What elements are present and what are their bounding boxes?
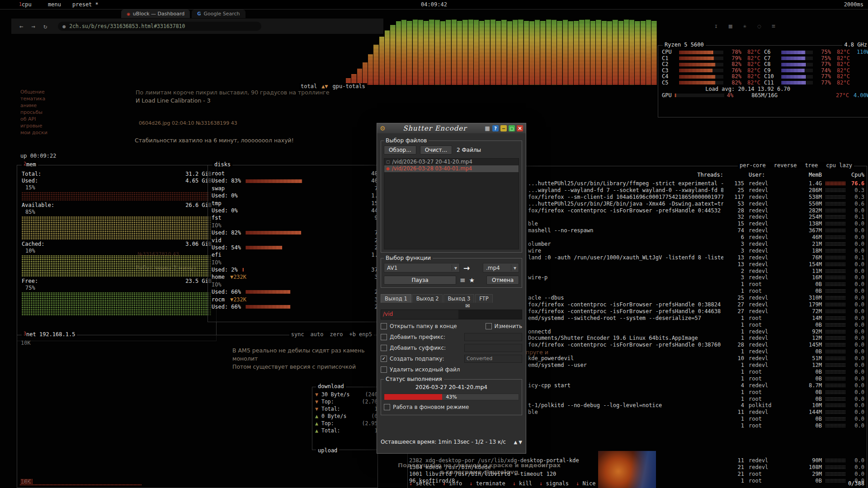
file-list-item[interactable]: ▢ /vid/2026-03-27 20-41-20.mp4 bbox=[384, 159, 519, 165]
checkbox[interactable] bbox=[381, 345, 387, 351]
process-row[interactable]: t-1/polkitd --no-debug --log-level=notic… bbox=[528, 402, 864, 409]
sync-icon[interactable]: ✳ bbox=[743, 23, 747, 29]
process-row[interactable]: mashell --no-respawn 74 redevl 367M 0.0 bbox=[528, 227, 864, 234]
close-button[interactable]: × bbox=[517, 125, 523, 131]
cpu-menu-item[interactable]: 1cpu bbox=[19, 0, 32, 9]
graph-label[interactable]: total ▲▼ gpu-totals bbox=[299, 83, 367, 89]
down-arrow-icon[interactable]: ▼ bbox=[519, 440, 522, 445]
scale-arrows-icon[interactable]: ▲▼ bbox=[321, 83, 328, 89]
process-row[interactable]: kde_powerdevil 10 redevl 51M 0.0 bbox=[528, 355, 864, 362]
mem-panel-title[interactable]: mem bbox=[26, 161, 36, 168]
process-row[interactable]: ble 15 redevl 138M 0.0 bbox=[528, 221, 864, 227]
output-tab[interactable]: Выход 1 bbox=[381, 294, 411, 303]
process-row[interactable]: emd/systemd --switched-root --system --d… bbox=[528, 315, 864, 322]
checkbox[interactable] bbox=[381, 366, 387, 373]
output-path-field[interactable]: /vid bbox=[381, 310, 522, 319]
process-row[interactable]: 1 root 0B 0.0 bbox=[528, 288, 864, 295]
browser-tab-ublock[interactable]: ◉ uBlock — Dashboard bbox=[121, 9, 190, 18]
footer-key[interactable]: select bbox=[409, 480, 435, 487]
sidebar-item[interactable]: просьбы bbox=[20, 109, 97, 116]
help-button[interactable]: ? bbox=[492, 125, 499, 131]
checkbox[interactable] bbox=[486, 323, 492, 329]
process-row[interactable]: 1 root 0B 0.0 bbox=[528, 369, 864, 375]
process-row[interactable]: fox/firefox -contentproc -isForBrowser -… bbox=[528, 308, 864, 315]
checkbox[interactable] bbox=[381, 334, 387, 340]
clear-button[interactable]: Очист... bbox=[420, 145, 452, 155]
process-row[interactable]: 1 root 0B 0.0 bbox=[528, 389, 864, 396]
extensions-icon[interactable]: ▦ bbox=[729, 23, 732, 29]
back-icon[interactable]: ← bbox=[19, 23, 23, 30]
footer-key[interactable]: signals bbox=[539, 480, 569, 487]
output-tab[interactable]: FTP bbox=[475, 294, 492, 303]
proc-option-tab[interactable]: reverse bbox=[774, 162, 797, 169]
footer-key[interactable]: Nice bbox=[576, 480, 595, 487]
settings-gear-icon[interactable]: ⚙ bbox=[380, 125, 386, 132]
process-row[interactable]: emd/systemd --user 1 redevl 12M 0.0 bbox=[528, 362, 864, 369]
forward-icon[interactable]: → bbox=[31, 23, 35, 30]
checkbox[interactable]: ✓ bbox=[381, 356, 387, 362]
process-row[interactable]: fox/firefox -contentproc -isForBrowser -… bbox=[528, 342, 864, 348]
dialog-titlebar[interactable]: ⚙ Shutter Encoder ▦ ? − ▢ × bbox=[377, 123, 526, 133]
process-row[interactable]: wire 3 redevl 18M 0.0 bbox=[528, 248, 864, 254]
output-tab[interactable]: Выход 3 bbox=[443, 294, 474, 303]
process-row[interactable]: fox/firefox -contentproc -isForBrowser -… bbox=[528, 207, 864, 214]
cancel-button[interactable]: Отмена bbox=[486, 276, 519, 285]
net-toggle[interactable]: sync bbox=[291, 331, 304, 338]
suffix-field[interactable] bbox=[464, 344, 522, 352]
process-row[interactable]: land :0 -auth /run/user/1000/xauth_WLtJg… bbox=[528, 254, 864, 261]
minimize-button[interactable]: − bbox=[500, 125, 507, 131]
preset-item[interactable]: preset * bbox=[72, 0, 99, 9]
net-toggle[interactable]: auto bbox=[311, 331, 324, 338]
process-row[interactable]: 1 root 0B 0.0 bbox=[528, 396, 864, 403]
process-row[interactable]: 1 root 0B 0.0 bbox=[528, 422, 864, 429]
footer-key[interactable]: terminate bbox=[469, 480, 505, 487]
proc-option-tab[interactable]: per-core bbox=[740, 162, 766, 169]
proc-option-tab[interactable]: tree bbox=[805, 162, 818, 169]
proc-option-tab[interactable]: cpu lazy bbox=[826, 162, 852, 169]
sidebar-item[interactable]: Общение bbox=[20, 89, 97, 95]
container-select[interactable]: .mp4 ▾ bbox=[483, 263, 519, 272]
sidebar-item[interactable]: игровые bbox=[20, 122, 97, 129]
process-row[interactable]: 1 root 0B 0.0 bbox=[528, 375, 864, 382]
url-bar[interactable]: ● 2ch.su/b/res/331636853.html#331637810 bbox=[58, 22, 261, 31]
reload-icon[interactable]: ↻ bbox=[43, 23, 47, 30]
process-row[interactable]: 1 root 0B 0.0 bbox=[528, 416, 864, 422]
process-row[interactable]: acle --dbus 25 redevl 310M 0.0 bbox=[528, 295, 864, 301]
net-toggle[interactable]: +b enp5 bbox=[349, 331, 372, 338]
browser-tab-google[interactable]: G Google Search bbox=[192, 9, 245, 18]
up-arrow-icon[interactable]: ▲ bbox=[514, 440, 518, 445]
process-row[interactable]: 1 root 0B 0.0 bbox=[528, 281, 864, 288]
grid-icon[interactable]: ▦ bbox=[484, 125, 491, 131]
sidebar-item[interactable]: мои доски bbox=[20, 129, 97, 136]
maximize-button[interactable]: ▢ bbox=[509, 125, 515, 131]
checkbox[interactable] bbox=[384, 404, 390, 410]
process-row[interactable]: 2 redevl 11M 0.0 bbox=[528, 268, 864, 275]
menu-item[interactable]: menu bbox=[48, 0, 61, 9]
sidebar-item[interactable]: аниме bbox=[20, 102, 97, 109]
process-row[interactable]: 1 root 0B 0.0 bbox=[528, 322, 864, 328]
process-row[interactable]: 32 redevl 254M 0.1 bbox=[528, 214, 864, 221]
process-row[interactable]: ...wayland --wayland-fd 7 --socket wayla… bbox=[528, 187, 864, 194]
checkbox[interactable] bbox=[381, 323, 387, 329]
file-list[interactable]: ▢ /vid/2026-03-27 20-41-20.mp4 ● /vid/20… bbox=[384, 158, 519, 249]
mail-tab-icon[interactable]: ✉ bbox=[462, 302, 473, 310]
sidebar-item[interactable]: тематика bbox=[20, 95, 97, 102]
process-row[interactable]: 13 redevl 154M 0.0 bbox=[528, 261, 864, 268]
menu-icon[interactable]: ≡ bbox=[772, 23, 775, 29]
favorite-star-icon[interactable]: ★ bbox=[469, 277, 475, 284]
process-row[interactable]: ble 11 redevl 144M 0.0 bbox=[528, 409, 864, 416]
net-toggle[interactable]: zero bbox=[330, 331, 343, 338]
disks-panel-title[interactable]: disks bbox=[212, 161, 232, 168]
process-row[interactable]: fox/firefox -contentproc -isForBrowser -… bbox=[528, 301, 864, 308]
footer-key[interactable]: info bbox=[443, 480, 462, 487]
footer-key[interactable]: kill bbox=[513, 480, 532, 487]
account-icon[interactable]: ◌ bbox=[757, 23, 761, 29]
download-icon[interactable]: ↧ bbox=[714, 23, 718, 29]
prefix-field[interactable] bbox=[464, 333, 522, 341]
update-interval[interactable]: 2000ms bbox=[844, 0, 863, 9]
codec-select[interactable]: AV1 ▾ bbox=[384, 263, 460, 272]
pause-button[interactable]: Пауза bbox=[384, 276, 456, 285]
net-panel-title[interactable]: net bbox=[26, 331, 36, 338]
subfolder-field[interactable]: Converted bbox=[464, 355, 522, 363]
sidebar-item[interactable]: об API bbox=[20, 116, 97, 122]
